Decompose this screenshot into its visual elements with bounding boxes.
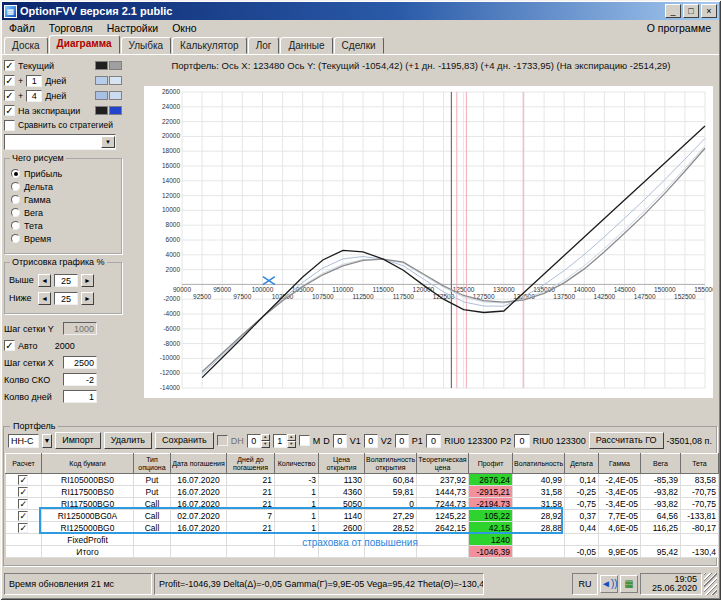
tab-Калькулятор[interactable]: Калькулятор [172,37,247,54]
menu-item-Настройки[interactable]: Настройки [100,21,166,35]
p1-input[interactable]: 0 [426,434,441,448]
v1-input[interactable]: 0 [364,434,378,448]
plus1-color-1[interactable] [95,76,108,85]
column-header[interactable]: Профит [469,454,513,474]
table-row[interactable]: Итого-1046,39-0,059,9E-0595,42-130,4 [6,546,719,558]
minimize-button[interactable]: _ [665,4,681,18]
menu-about[interactable]: О программе [647,22,719,34]
expiry-checkbox[interactable]: ✓ [4,105,15,116]
dh-checkbox[interactable] [217,435,228,446]
range-below-increase-button[interactable]: ► [81,292,94,305]
spinner-2-value[interactable]: 1 [273,434,287,448]
table-row[interactable]: ✓RI105000BS0Put16.07.202021-3113060,8423… [6,474,719,486]
spinner-1-value[interactable]: 0 [247,434,261,448]
sko-input[interactable]: -2 [63,373,97,386]
plus1-days-input[interactable]: 1 [26,75,42,87]
menu-item-Окно[interactable]: Окно [165,21,203,35]
row-checkbox[interactable]: ✓ [18,499,28,509]
radio-option-Тета[interactable]: Тета [11,219,117,232]
column-header[interactable]: Теоретическая цена [417,454,469,474]
current-color-2[interactable] [109,61,122,70]
keyboard-layout-indicator[interactable]: RU [572,573,598,595]
p2-input[interactable]: 0 [514,434,529,448]
spinner-2[interactable]: 1 ▲▼ [273,434,296,448]
plus4-days-input[interactable]: 4 [26,90,42,102]
compare-strategy-checkbox[interactable] [4,120,15,131]
calc-go-button[interactable]: Рассчитать ГО [589,432,664,449]
plus4-color-1[interactable] [95,91,108,100]
plus1-checkbox[interactable]: ✓ [4,75,15,86]
tab-Доска[interactable]: Доска [4,37,48,54]
row-checkbox[interactable]: ✓ [18,523,28,533]
plus4-checkbox[interactable]: ✓ [4,90,15,101]
portfolio-select[interactable]: HH-C [8,434,39,448]
range-above-decrease-button[interactable]: ◄ [38,274,51,287]
save-button[interactable]: Сохранить [155,432,214,449]
grid-y-input[interactable]: 1000 [63,322,97,335]
tab-Лог[interactable]: Лог [248,37,280,54]
table-row[interactable]: ✓RI125000BG0Call16.07.2020211260028,5226… [6,522,719,534]
column-header[interactable]: Гамма [599,454,641,474]
column-header[interactable]: Волатильность открытия [365,454,417,474]
current-color-1[interactable] [95,61,108,70]
portfolio-select-dropdown[interactable]: ▼ [42,434,52,448]
column-header[interactable]: Расчет [6,454,42,474]
spinner-1[interactable]: 0 ▲▼ [247,434,270,448]
table-row[interactable]: ✓RI117500BS0Put16.07.2020211436059,81144… [6,486,719,498]
menu-item-Торговля[interactable]: Торговля [42,21,100,35]
chevron-down-icon[interactable]: ▼ [101,136,115,148]
column-header[interactable]: Цена открытия [319,454,365,474]
column-header[interactable]: Тета [681,454,719,474]
expiry-color-2[interactable] [109,106,122,115]
radio-option-Прибыль[interactable]: Прибыль [11,167,117,180]
row-checkbox[interactable]: ✓ [18,487,28,497]
import-button[interactable]: Импорт [55,432,100,449]
tray-app-icon[interactable]: ▦ [620,575,638,593]
plus1-color-2[interactable] [109,76,122,85]
column-header[interactable]: Дата погашения [171,454,227,474]
tray-speaker-icon[interactable]: ◄)) [600,575,618,593]
radio-option-Вега[interactable]: Вега [11,206,117,219]
v2-input[interactable]: 0 [395,434,409,448]
menu-item-Файл[interactable]: Файл [2,21,42,35]
close-button[interactable]: × [701,4,717,18]
range-above-increase-button[interactable]: ► [81,274,94,287]
radio-option-Время[interactable]: Время [11,232,117,245]
table-row[interactable]: ✓RI117500BG0Call16.07.2020211505007244,7… [6,498,719,510]
spinner-1-down[interactable]: ▼ [261,441,270,448]
expiry-color-1[interactable] [95,106,108,115]
column-header[interactable]: Тип опциона [134,454,171,474]
spinner-2-up[interactable]: ▲ [287,434,296,441]
spinner-2-down[interactable]: ▼ [287,441,296,448]
range-below-decrease-button[interactable]: ◄ [38,292,51,305]
d-input[interactable]: 0 [333,434,347,448]
tab-Данные[interactable]: Данные [280,37,332,54]
titlebar[interactable]: ▦ OptionFVV версия 2.1 public _ □ × [2,2,719,20]
grid-x-input[interactable]: 2500 [63,356,97,369]
table-row[interactable]: ✓RI125000BG0ACall02.07.202071114027,2912… [6,510,719,522]
resize-grip[interactable] [704,573,717,595]
column-header[interactable]: Волатильность [513,454,565,474]
column-header[interactable]: Количество [275,454,319,474]
column-header[interactable]: Дельта [565,454,599,474]
row-checkbox[interactable]: ✓ [18,475,28,485]
tab-Сделки[interactable]: Сделки [334,37,384,54]
current-checkbox[interactable]: ✓ [4,60,15,71]
column-header[interactable]: Вега [641,454,681,474]
column-header[interactable]: Код бумаги [42,454,134,474]
row-checkbox[interactable]: ✓ [18,511,28,521]
delete-button[interactable]: Удалить [104,432,152,449]
auto-checkbox[interactable]: ✓ [4,340,15,351]
strategy-select[interactable]: ▼ [4,134,116,150]
days-count-input[interactable]: 1 [63,390,97,403]
tab-Улыбка[interactable]: Улыбка [121,37,172,54]
maximize-button[interactable]: □ [683,4,699,18]
tab-Диаграмма[interactable]: Диаграмма [49,35,120,54]
spinner-1-up[interactable]: ▲ [261,434,270,441]
m-checkbox[interactable] [299,435,310,446]
radio-option-Гамма[interactable]: Гамма [11,193,117,206]
range-below-value[interactable]: 25 [54,292,78,305]
radio-option-Дельта[interactable]: Дельта [11,180,117,193]
range-above-value[interactable]: 25 [54,274,78,287]
table-row[interactable]: FixedProfit1240 [6,534,719,546]
